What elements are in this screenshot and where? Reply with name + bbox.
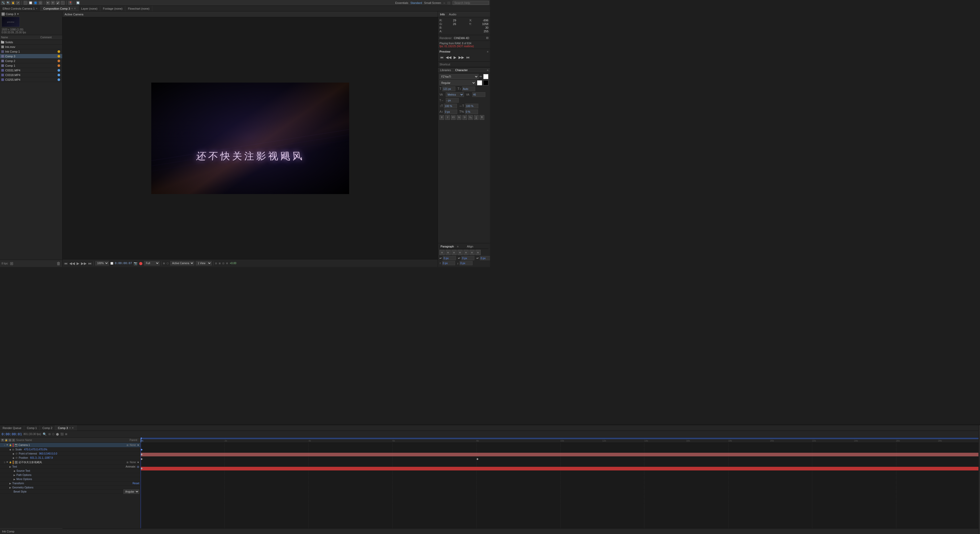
tab-footage[interactable]: Footage (none) (100, 6, 125, 11)
play-fwd-icon[interactable]: ▶▶ (81, 261, 87, 265)
play-icon[interactable]: ▶ (76, 261, 80, 265)
rect-icon[interactable]: ⬜ (110, 262, 113, 265)
tab-comp3-menu-icon[interactable]: ≡ (74, 7, 76, 10)
view-select[interactable]: 1 View 2 Views 4 Views (196, 261, 212, 265)
play-prev-icon[interactable]: ⏮ (64, 261, 68, 265)
width-input[interactable] (465, 104, 478, 108)
tab-character[interactable]: Character (453, 68, 470, 72)
stroke-color-swatch[interactable] (477, 80, 482, 85)
renderer-settings-icon[interactable]: ⊟ (486, 36, 488, 40)
tab-layer[interactable]: Layer (none) (79, 6, 100, 11)
smallcaps-btn[interactable]: Tt (457, 115, 461, 120)
tab-libraries[interactable]: Libraries (438, 68, 453, 72)
quality-select[interactable]: Full Half Quarter (144, 261, 160, 265)
zoom-select[interactable]: 100% 50% 200% (95, 261, 109, 265)
list-item-ink-mov[interactable]: Ink.mov (0, 45, 62, 49)
justify-right-btn[interactable]: ≡ (469, 250, 475, 255)
puppet-tool[interactable]: 📍 (68, 1, 72, 5)
toolbar-icon-2[interactable]: 🔍 (6, 1, 10, 5)
preview-play-btn[interactable]: ▶ (453, 55, 457, 59)
list-item-c0255[interactable]: C0255.MP4 (0, 77, 62, 82)
tab-info[interactable]: Info (438, 12, 447, 16)
camera-select[interactable]: Active Camera (170, 261, 194, 265)
roto-tool[interactable]: 🔄 (76, 1, 80, 5)
tab-comp3[interactable]: Composition Comp 3 ✕ ≡ (41, 6, 79, 11)
preview-prev-btn[interactable]: ◀◀ (445, 55, 452, 59)
text-tool[interactable]: T (51, 1, 55, 5)
para-tab-paragraph[interactable]: Paragraph (439, 244, 455, 249)
preview-last-btn[interactable]: ⏭ (466, 55, 471, 59)
toolbar-icon-4[interactable]: ↗ (16, 1, 20, 5)
text-color-swatch[interactable] (483, 74, 488, 79)
play-back-icon[interactable]: ◀◀ (69, 261, 75, 265)
play-next-icon[interactable]: ⏭ (88, 261, 92, 265)
record-icon[interactable]: ⬤ (139, 261, 142, 265)
justify-left-btn[interactable]: ≡ (457, 250, 463, 255)
underline-btn[interactable]: T (474, 115, 479, 120)
metrics-select[interactable]: Metrics (446, 92, 464, 97)
font-name-select[interactable]: FZYaoTi (439, 74, 479, 79)
camera-snapshot-icon[interactable]: 📷 (134, 261, 137, 265)
tab-comp3-close[interactable]: ✕ (71, 7, 73, 10)
tab-audio[interactable]: Audio (447, 12, 458, 16)
view-icons-3[interactable]: ⊡ (222, 262, 224, 265)
kerning-input[interactable] (472, 92, 485, 97)
font-style-select[interactable]: Regular (439, 80, 476, 85)
region-icon[interactable]: ⬡ (167, 262, 169, 265)
indent-right-input[interactable] (461, 256, 474, 260)
font-auto-input[interactable] (462, 86, 475, 91)
align-center-btn[interactable]: ≡ (445, 250, 451, 255)
new-item-icon[interactable]: ⊞ (10, 261, 13, 266)
tsume-input[interactable] (465, 109, 478, 114)
tab-effect-controls[interactable]: Effect Controls Camera 1 ✕ (0, 6, 41, 11)
toolbar-icon-3[interactable]: ✋ (11, 1, 15, 5)
stamp-tool[interactable]: ⬛ (60, 1, 65, 5)
toolbar-icon-5[interactable]: ⬛ (24, 1, 28, 5)
sub-btn[interactable]: T₁ (468, 115, 473, 120)
preview-menu-icon[interactable]: ≡ (487, 50, 488, 53)
toolbar-icon-8[interactable]: ⬡ (38, 1, 43, 5)
tab-effect-controls-close[interactable]: ✕ (36, 7, 38, 10)
italic-btn[interactable]: T (445, 115, 450, 120)
workspace-standard[interactable]: Standard (410, 1, 422, 5)
height-input[interactable] (444, 104, 457, 108)
workspace-essentials[interactable]: Essentials (395, 1, 408, 5)
timecode-display[interactable]: 0:00:00:07 (115, 261, 132, 265)
justify-center-btn[interactable]: ≡ (463, 250, 469, 255)
edit-font-icon[interactable]: ✏ (480, 75, 482, 78)
bold-btn[interactable]: T (439, 115, 444, 120)
workspace-settings-icon[interactable]: ⊟ (447, 1, 450, 5)
strike-btn[interactable]: T̶ (480, 115, 484, 120)
space-after-input[interactable] (460, 261, 473, 265)
view-icons-2[interactable]: ⊞ (219, 262, 221, 265)
workspace-small-screen[interactable]: Small Screen (424, 1, 441, 5)
list-item-comp2[interactable]: Comp 2 (0, 59, 62, 63)
view-icons-4[interactable]: ⚙ (226, 262, 228, 265)
pen-tool[interactable]: ✒ (46, 1, 50, 5)
stroke-color2-swatch[interactable] (483, 80, 488, 85)
tracking-input[interactable] (446, 98, 459, 103)
para-tab-align[interactable]: Align (466, 244, 474, 249)
justify-all-btn[interactable]: ≡ (476, 250, 480, 255)
list-item-solids[interactable]: Solids (0, 40, 62, 45)
super-btn[interactable]: T¹ (462, 115, 467, 120)
toolbar-icon-6[interactable]: ⬜ (29, 1, 33, 5)
preview-next-btn[interactable]: ▶▶ (458, 55, 465, 59)
workspace-overflow-icon[interactable]: » (443, 1, 445, 5)
list-item-comp1[interactable]: Comp 1 (0, 63, 62, 68)
font-size-input[interactable] (442, 86, 455, 91)
preview-first-btn[interactable]: ⏮ (439, 55, 444, 59)
toolbar-icon-7[interactable]: 🔵 (33, 1, 38, 5)
space-before-input[interactable] (442, 261, 455, 265)
list-item-c0318[interactable]: C0318.MP4 (0, 73, 62, 77)
char-menu-icon[interactable]: ≡ (487, 69, 490, 72)
delete-icon[interactable]: 🗑 (57, 261, 60, 266)
paint-tool[interactable]: 🖌 (56, 1, 60, 5)
indent-left-input[interactable] (443, 256, 456, 260)
comp-dropdown-icon[interactable]: ▼ (17, 13, 19, 15)
tab-flowchart[interactable]: Flowchart (none) (125, 6, 152, 11)
list-item-c0331[interactable]: C0331.MP4 (0, 68, 62, 73)
allcaps-btn[interactable]: TT (451, 115, 456, 120)
indent-first-input[interactable] (480, 256, 490, 260)
list-item-ink-comp1[interactable]: Ink Comp 1 (0, 49, 62, 54)
